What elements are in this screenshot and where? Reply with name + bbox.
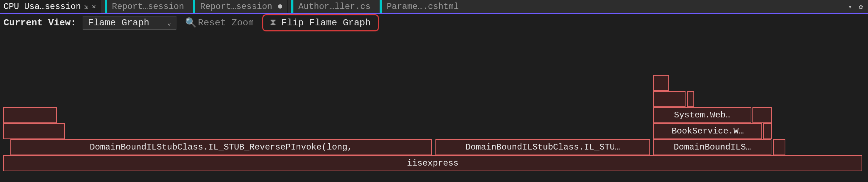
tab-cpu-usage-session[interactable]: CPU Usa…session ⇲ ✕ <box>0 0 101 13</box>
reset-zoom-button[interactable]: 🔍 Reset Zoom <box>183 16 256 30</box>
magnifier-icon: 🔍 <box>185 17 194 29</box>
tab-label: CPU Usa…session <box>4 2 81 11</box>
tab-author-controller[interactable]: Author…ller.cs <box>288 0 376 13</box>
view-dropdown-value: Flame Graph <box>88 17 150 28</box>
dirty-indicator-icon <box>278 4 282 9</box>
flame-frame[interactable]: BookService.W… <box>653 123 762 139</box>
tab-accent <box>380 0 382 13</box>
chevron-down-icon: ⌄ <box>167 19 171 27</box>
flame-frame[interactable]: DomainBoundILS… <box>653 139 771 155</box>
tab-accent <box>193 0 195 13</box>
flame-frame-label: DomainBoundILStubClass.IL_STU… <box>465 143 620 152</box>
close-icon[interactable]: ✕ <box>92 2 96 10</box>
tab-strip-right-controls: ▾ ✿ <box>843 0 868 13</box>
tab-accent <box>291 0 293 13</box>
flame-frame[interactable] <box>773 139 785 155</box>
flame-frame[interactable] <box>763 123 772 139</box>
tab-label: Author…ller.cs <box>298 2 371 11</box>
flame-frame-label: BookService.W… <box>672 127 744 136</box>
flame-frame-label: System.Web… <box>674 111 731 120</box>
flame-frame[interactable] <box>752 107 772 123</box>
tab-label: Report…session <box>200 2 272 11</box>
tab-parame-cshtml[interactable]: Parame….cshtml <box>376 0 464 13</box>
tab-label: Report…session <box>112 2 184 11</box>
flame-frame[interactable] <box>3 107 57 123</box>
flip-flame-graph-highlight: ⧗ Flip Flame Graph <box>262 14 379 31</box>
tab-label: Parame….cshtml <box>387 2 459 11</box>
flip-flame-graph-label: Flip Flame Graph <box>281 17 371 28</box>
tab-strip: CPU Usa…session ⇲ ✕ Report…session Repor… <box>0 0 868 14</box>
flame-frame[interactable]: iisexpress <box>3 155 862 171</box>
flame-frame[interactable]: System.Web… <box>653 107 751 123</box>
tab-report-session-2[interactable]: Report…session <box>189 0 288 13</box>
tab-strip-spacer <box>464 0 843 13</box>
flame-frame[interactable]: DomainBoundILStubClass.IL_STUB_ReversePI… <box>10 139 432 155</box>
flame-frame-label: DomainBoundILS… <box>674 143 751 152</box>
flip-flame-graph-button[interactable]: ⧗ Flip Flame Graph <box>266 16 373 30</box>
toolbar: Current View: Flame Graph ⌄ 🔍 Reset Zoom… <box>0 14 868 31</box>
flame-frame[interactable] <box>687 91 694 107</box>
reset-zoom-label: Reset Zoom <box>198 17 254 28</box>
flame-frame[interactable]: DomainBoundILStubClass.IL_STU… <box>435 139 650 155</box>
tab-report-session-1[interactable]: Report…session <box>101 0 190 13</box>
tab-accent <box>105 0 107 13</box>
gear-icon[interactable]: ✿ <box>859 2 863 11</box>
pin-icon[interactable]: ⇲ <box>84 2 88 10</box>
flame-graph[interactable]: iisexpressDomainBoundILStubClass.IL_STUB… <box>0 31 868 181</box>
flame-frame-label: iisexpress <box>407 159 458 168</box>
flip-icon: ⧗ <box>268 17 278 28</box>
overflow-menu-icon[interactable]: ▾ <box>848 2 852 11</box>
flame-frame[interactable] <box>3 123 65 139</box>
flame-frame-label: DomainBoundILStubClass.IL_STUB_ReversePI… <box>90 143 353 152</box>
flame-frame[interactable] <box>653 75 669 91</box>
view-dropdown[interactable]: Flame Graph ⌄ <box>83 16 176 30</box>
flame-frame[interactable] <box>653 91 686 107</box>
current-view-label: Current View: <box>4 17 76 28</box>
